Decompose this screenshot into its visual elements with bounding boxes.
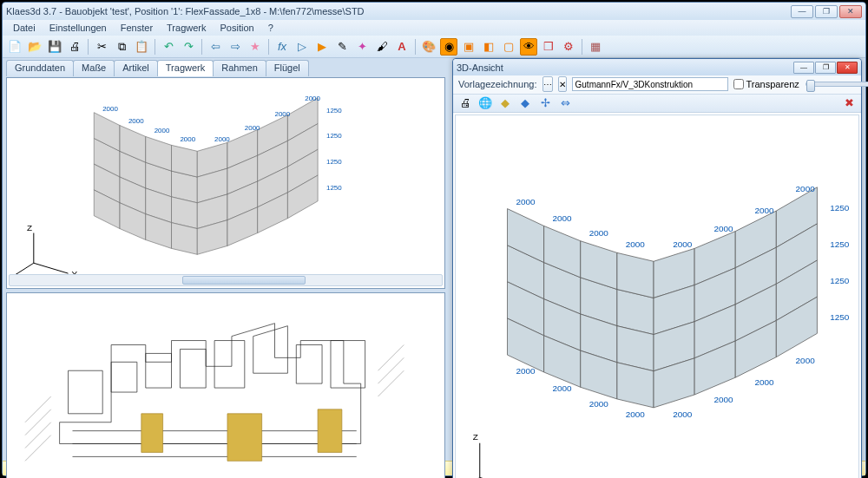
color-icon[interactable]: 🎨 <box>420 38 437 56</box>
menu-einstellungen[interactable]: Einstellungen <box>44 21 112 35</box>
svg-text:1250: 1250 <box>326 184 342 192</box>
win3d-maximize-button[interactable]: ❐ <box>815 62 836 74</box>
win3d-minimize-button[interactable]: — <box>793 62 814 74</box>
text-icon[interactable]: A <box>393 38 411 56</box>
tab-masse[interactable]: Maße <box>73 60 115 76</box>
menu-bar: Datei Einstellungen Fenster Tragwerk Pos… <box>3 20 865 36</box>
print-icon[interactable]: 🖨 <box>66 38 83 56</box>
close-button[interactable]: ✕ <box>839 5 862 18</box>
pane-section[interactable] <box>6 292 445 478</box>
minimize-button[interactable]: — <box>791 5 813 18</box>
tab-grunddaten[interactable]: Grunddaten <box>6 60 74 76</box>
svg-text:1250: 1250 <box>830 203 850 213</box>
tab-fluegel[interactable]: Flügel <box>266 60 309 76</box>
svg-text:2000: 2000 <box>516 197 536 206</box>
maximize-button[interactable]: ❐ <box>815 5 838 18</box>
svg-text:2000: 2000 <box>553 383 573 393</box>
tab-artikel[interactable]: Artikel <box>114 60 158 76</box>
svg-text:1250: 1250 <box>326 107 342 115</box>
star-icon[interactable]: ★ <box>247 38 264 56</box>
cut-icon[interactable]: ✂ <box>93 38 110 56</box>
win3d-close-button[interactable]: ✕ <box>837 62 858 74</box>
nav-left-icon[interactable]: ⇦ <box>207 38 224 56</box>
close-panel-icon[interactable]: ✖ <box>840 95 858 112</box>
svg-text:2000: 2000 <box>155 127 170 134</box>
gear-icon[interactable]: ⚙ <box>560 38 577 56</box>
open-icon[interactable]: 📂 <box>26 38 43 56</box>
tab-tragwerk[interactable]: Tragwerk <box>157 60 214 76</box>
menu-help[interactable]: ? <box>263 21 279 35</box>
svg-line-45 <box>34 263 69 273</box>
svg-text:2000: 2000 <box>626 409 646 419</box>
svg-text:2000: 2000 <box>626 239 646 249</box>
cross-icon[interactable]: ✢ <box>536 95 554 112</box>
canvas-3d[interactable]: 2000 2000 2000 2000 2000 2000 2000 2000 … <box>455 115 859 478</box>
paste-icon[interactable]: 📋 <box>133 38 150 56</box>
menu-position[interactable]: Position <box>214 21 259 35</box>
toolbar-3d: 🖨 🌐 ◆ ◆ ✢ ⇔ ✖ <box>453 95 861 113</box>
main-window-title: Klaes3d 3.7 - Bauobjekt 'test', Position… <box>6 6 791 16</box>
svg-text:2000: 2000 <box>673 409 693 419</box>
svg-line-49 <box>25 396 51 422</box>
svg-text:2000: 2000 <box>102 105 118 113</box>
template-clear-button[interactable]: ✕ <box>558 76 567 92</box>
save-icon[interactable]: 💾 <box>46 38 63 56</box>
svg-text:2000: 2000 <box>516 366 536 376</box>
svg-text:1250: 1250 <box>326 132 342 140</box>
nav-right-icon[interactable]: ⇨ <box>227 38 244 56</box>
transparency-checkbox[interactable] <box>733 79 744 89</box>
svg-line-50 <box>25 409 51 435</box>
svg-text:2000: 2000 <box>214 135 230 143</box>
template-browse-button[interactable]: ⋯ <box>542 76 553 92</box>
transparency-slider[interactable] <box>806 82 868 87</box>
workspace: Grunddaten Maße Artikel Tragwerk Rahmen … <box>3 58 865 461</box>
pane-isometric[interactable]: 2000 2000 2000 2000 2000 2000 2000 2000 … <box>6 77 445 289</box>
svg-text:2000: 2000 <box>128 117 144 125</box>
play2-icon[interactable]: ▶ <box>313 38 331 56</box>
box-empty-icon[interactable]: ▢ <box>500 38 517 56</box>
svg-text:2000: 2000 <box>796 356 816 365</box>
tab-rahmen[interactable]: Rahmen <box>213 60 266 76</box>
cube-b-icon[interactable]: ◆ <box>516 95 534 112</box>
undo-icon[interactable]: ↶ <box>160 38 177 56</box>
svg-line-51 <box>25 422 51 449</box>
svg-text:1250: 1250 <box>326 158 342 166</box>
svg-line-52 <box>25 435 51 462</box>
stack-icon[interactable]: ❒ <box>540 38 557 56</box>
box-full-icon[interactable]: ▣ <box>460 38 477 56</box>
redo-icon[interactable]: ↷ <box>180 38 197 56</box>
main-toolbar: 📄 📂 💾 🖨 ✂ ⧉ 📋 ↶ ↷ ⇦ ⇨ ★ fx ▷ ▶ ✎ ✦ 🖌 A 🎨… <box>3 36 865 58</box>
menu-fenster[interactable]: Fenster <box>115 21 158 35</box>
brush-icon[interactable]: 🖌 <box>373 38 391 56</box>
eye-icon[interactable]: 👁 <box>520 38 537 56</box>
svg-text:Z: Z <box>27 223 32 232</box>
svg-text:2000: 2000 <box>180 135 195 143</box>
scrollbar-horizontal[interactable] <box>9 274 443 286</box>
svg-text:2000: 2000 <box>713 395 733 404</box>
play-icon[interactable]: ▷ <box>293 38 311 56</box>
globe-icon[interactable]: 🌐 <box>477 95 494 112</box>
template-field[interactable] <box>572 77 728 91</box>
svg-text:1250: 1250 <box>830 276 850 285</box>
document-tabs: Grunddaten Maße Artikel Tragwerk Rahmen … <box>6 60 308 76</box>
pencil-icon[interactable]: ✎ <box>333 38 351 56</box>
cube-y-icon[interactable]: ◆ <box>496 95 514 112</box>
svg-line-54 <box>378 357 404 383</box>
brick-icon[interactable]: ▦ <box>587 38 604 56</box>
menu-datei[interactable]: Datei <box>8 21 41 35</box>
svg-line-55 <box>378 370 404 396</box>
new-icon[interactable]: 📄 <box>6 38 23 56</box>
radio-icon[interactable]: ◉ <box>440 38 457 56</box>
copy-icon[interactable]: ⧉ <box>113 38 130 56</box>
print3d-icon[interactable]: 🖨 <box>457 95 474 112</box>
svg-text:2000: 2000 <box>275 110 291 118</box>
svg-text:2000: 2000 <box>245 124 260 132</box>
svg-text:1250: 1250 <box>830 239 850 249</box>
svg-text:2000: 2000 <box>796 184 816 193</box>
fx-icon[interactable]: fx <box>273 38 291 56</box>
box-half-icon[interactable]: ◧ <box>480 38 497 56</box>
menu-tragwerk[interactable]: Tragwerk <box>161 21 211 35</box>
wand-icon[interactable]: ✦ <box>353 38 371 56</box>
window-3d-ansicht: 3D-Ansicht — ❐ ✕ Vorlagezeichnung: ⋯ ✕ T… <box>452 58 862 478</box>
arrows-icon[interactable]: ⇔ <box>556 95 574 112</box>
